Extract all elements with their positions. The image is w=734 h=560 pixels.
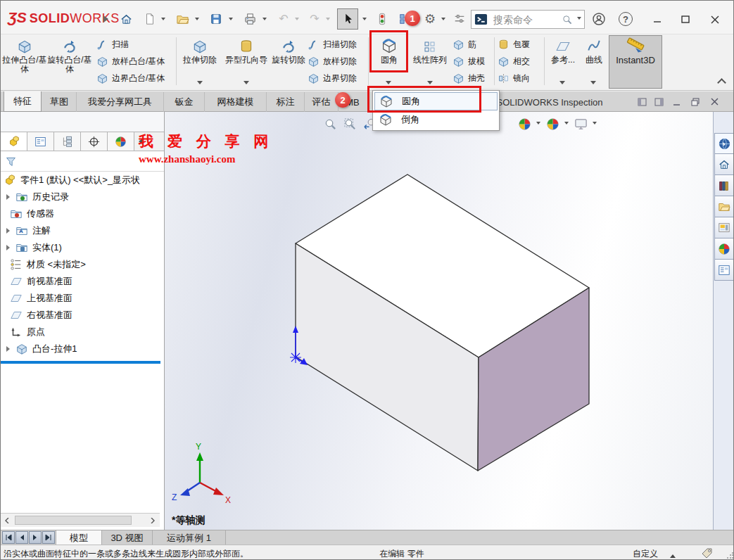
doc-pane-left-icon[interactable] (635, 96, 648, 108)
tab-motion-study[interactable]: 运动算例 1 (153, 530, 226, 545)
tab-solidworks-inspection[interactable]: SOLIDWORKS Inspection (485, 92, 614, 112)
linear-pattern-button[interactable]: 线性阵列 (410, 36, 450, 87)
home-button[interactable] (118, 11, 134, 27)
lofted-cut-button[interactable]: 放样切除 (308, 53, 357, 70)
panel-tab-featuremanager[interactable] (1, 132, 27, 151)
doc-pane-right-icon[interactable] (652, 96, 665, 108)
task-pane-design-library-button[interactable] (714, 175, 734, 196)
panel-horizontal-scrollbar[interactable] (1, 513, 160, 527)
tree-item-boss-extrude1[interactable]: 凸台-拉伸1 (1, 341, 164, 357)
wrap-button[interactable]: 包覆 (498, 36, 530, 53)
intersect-button[interactable]: 相交 (498, 53, 530, 70)
undo-button[interactable]: ↶ (275, 11, 292, 27)
revolved-cut-button[interactable]: 旋转切除 (271, 36, 306, 87)
boundary-cut-button[interactable]: 边界切除 (308, 70, 357, 87)
extruded-cut-button[interactable]: 拉伸切除 (178, 36, 222, 87)
tab-scroll-last-icon[interactable] (42, 531, 55, 544)
panel-tab-displaymanager[interactable] (108, 132, 134, 151)
expand-icon[interactable] (6, 194, 13, 200)
reference-geometry-button[interactable]: 参考... (547, 36, 579, 87)
model-3d-box[interactable]: Y X Z (165, 112, 713, 530)
hole-wizard-dropdown-icon[interactable] (243, 81, 249, 87)
curves-dropdown-icon[interactable] (590, 81, 596, 87)
tree-item-history[interactable]: 历史记录 (1, 189, 164, 205)
extruded-cut-dropdown-icon[interactable] (197, 81, 203, 87)
shell-button[interactable]: 抽壳 (453, 70, 485, 87)
tab-mesh-modeling[interactable]: 网格建模 (205, 92, 267, 112)
open-button[interactable] (174, 11, 191, 27)
tab-model[interactable]: 模型 (56, 530, 102, 545)
instant3d-button[interactable]: Instant3D (609, 35, 662, 89)
search-icon[interactable] (562, 14, 573, 25)
panel-tab-propertymanager[interactable] (27, 132, 54, 151)
tab-scroll-first-icon[interactable] (2, 531, 15, 544)
sweep-button[interactable]: 扫描 (96, 36, 129, 53)
logo-flyout-arrow-icon[interactable] (103, 15, 112, 23)
task-pane-home-button[interactable] (714, 154, 734, 175)
rollback-bar[interactable] (1, 361, 160, 364)
boundary-boss-button[interactable]: 边界凸台/基体 (96, 70, 165, 87)
tab-markup[interactable]: 标注 (267, 92, 305, 112)
search-input[interactable] (492, 13, 557, 26)
close-button[interactable] (704, 12, 726, 27)
minimize-button[interactable] (647, 12, 668, 27)
tree-item-solid-bodies[interactable]: 实体(1) (1, 239, 164, 256)
revolved-boss-button[interactable]: 旋转凸台/基体 (47, 36, 92, 87)
hole-wizard-button[interactable]: 异型孔向导 (222, 36, 270, 87)
new-dropdown-icon[interactable] (161, 18, 165, 23)
tree-filter-row[interactable] (1, 151, 164, 172)
save-dropdown-icon[interactable] (229, 18, 233, 23)
doc-restore-icon[interactable] (689, 96, 702, 108)
expand-icon[interactable] (6, 245, 13, 250)
open-dropdown-icon[interactable] (195, 18, 199, 23)
tab-sketch[interactable]: 草图 (42, 92, 77, 112)
fillet-button[interactable]: 圆角 (372, 36, 407, 87)
scrollbar-thumb[interactable] (15, 516, 132, 525)
task-pane-appearances-button[interactable] (714, 238, 734, 260)
rib-button[interactable]: 筋 (453, 36, 476, 53)
tab-3d-views[interactable]: 3D 视图 (102, 530, 153, 545)
new-document-button[interactable] (141, 11, 158, 27)
reference-dropdown-icon[interactable] (559, 81, 565, 87)
panel-tabs-overflow-icon[interactable] (134, 132, 143, 151)
resize-grip[interactable] (726, 552, 733, 559)
tree-root-part[interactable]: 零件1 (默认) <<默认>_显示状 (1, 172, 164, 189)
task-pane-file-explorer-button[interactable] (714, 196, 734, 217)
scroll-left-icon[interactable] (1, 515, 13, 526)
tree-item-top-plane[interactable]: 上视基准面 (1, 290, 164, 307)
print-dropdown-icon[interactable] (262, 18, 267, 23)
tab-share-tools[interactable]: 我爱分享网工具 (77, 92, 164, 112)
task-pane-resources-button[interactable] (714, 133, 734, 154)
task-pane-custom-properties-button[interactable] (714, 260, 734, 281)
doc-close-icon[interactable] (709, 96, 721, 108)
draft-button[interactable]: 拔模 (453, 53, 485, 70)
select-tool-button[interactable] (337, 8, 358, 30)
swept-cut-button[interactable]: 扫描切除 (308, 36, 357, 53)
panel-tab-dimxpertmanager[interactable] (81, 132, 108, 151)
account-button[interactable] (590, 11, 607, 27)
options-button[interactable]: ⚙ (422, 11, 438, 27)
custom-view-label[interactable]: 自定义 (633, 548, 658, 560)
panel-tab-configurationmanager[interactable] (54, 132, 81, 151)
save-button[interactable] (208, 11, 224, 27)
tree-item-material[interactable]: 材质 <未指定> (1, 256, 164, 273)
fillet-dropdown-icon[interactable] (386, 81, 391, 87)
undo-dropdown-icon[interactable] (295, 18, 299, 23)
tab-features[interactable]: 特征 (4, 91, 42, 112)
settings-sliders-button[interactable] (451, 11, 468, 27)
lofted-boss-button[interactable]: 放样凸台/基体 (96, 53, 165, 70)
redo-button[interactable]: ↷ (306, 11, 323, 27)
expand-icon[interactable] (6, 346, 13, 352)
redo-dropdown-icon[interactable] (326, 18, 330, 23)
doc-minimize-icon[interactable] (671, 96, 683, 108)
tree-item-annotations[interactable]: A注解 (1, 222, 164, 239)
linear-pattern-dropdown-icon[interactable] (427, 81, 433, 87)
menu-item-fillet[interactable]: 圆角 (374, 92, 498, 110)
tree-item-sensors[interactable]: 传感器 (1, 205, 164, 222)
menu-item-chamfer[interactable]: 倒角 (374, 110, 498, 129)
rebuild-traffic-button[interactable] (374, 11, 391, 27)
scroll-right-icon[interactable] (147, 515, 158, 526)
tab-sheet-metal[interactable]: 钣金 (164, 92, 205, 112)
tab-evaluate[interactable]: 评估 (305, 92, 338, 112)
search-dropdown-icon[interactable] (577, 17, 581, 22)
